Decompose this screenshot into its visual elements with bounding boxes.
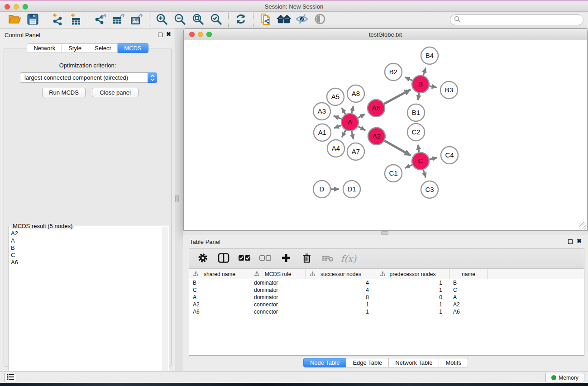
- table-cell[interactable]: 0: [376, 294, 449, 301]
- edge-A-A6[interactable]: [358, 114, 365, 118]
- table-cell[interactable]: dominator: [250, 279, 306, 286]
- close-panel-icon[interactable]: ✖: [166, 31, 171, 38]
- edge-A-A1[interactable]: [334, 125, 341, 128]
- table-cell[interactable]: C: [449, 286, 488, 294]
- table-cell[interactable]: dominator: [250, 286, 306, 294]
- tab-mcds[interactable]: MCDS: [118, 43, 148, 53]
- table-cell[interactable]: B: [189, 279, 250, 286]
- table-cell[interactable]: 1: [376, 301, 449, 308]
- float-panel-icon[interactable]: [158, 33, 163, 37]
- open-in-ndex-button[interactable]: [275, 13, 293, 27]
- delete-column-button[interactable]: [300, 251, 314, 267]
- column-header-name[interactable]: name: [449, 269, 488, 279]
- edge-A6-B[interactable]: [384, 90, 411, 104]
- close-panel-icon[interactable]: ✖: [577, 238, 582, 244]
- task-history-button[interactable]: [4, 373, 16, 382]
- divider-handle[interactable]: [381, 231, 388, 235]
- import-table-button[interactable]: [67, 13, 85, 27]
- network-canvas[interactable]: B4B2BB3A8A5A6A3B1AA1C2A2A4A7C4CC1C3DD1: [184, 40, 587, 230]
- table-cell[interactable]: connector: [250, 301, 306, 308]
- export-image-button[interactable]: [128, 13, 146, 27]
- edge-C-C2[interactable]: [418, 145, 419, 152]
- export-table-button[interactable]: [110, 13, 128, 27]
- hide-panels-button[interactable]: [293, 13, 311, 27]
- search-box[interactable]: [450, 14, 583, 25]
- edge-B-B3[interactable]: [430, 86, 437, 87]
- edge-C-C1[interactable]: [405, 165, 412, 168]
- export-network-button[interactable]: [91, 13, 110, 27]
- edge-B-B1[interactable]: [418, 93, 419, 100]
- column-header-predecessor-nodes[interactable]: predecessor nodes: [376, 269, 449, 279]
- table-cell[interactable]: A: [449, 294, 488, 301]
- divider-handle[interactable]: [175, 195, 179, 202]
- result-scrollbar[interactable]: [163, 227, 168, 376]
- table-cell[interactable]: A6: [189, 308, 250, 315]
- tab-style[interactable]: Style: [62, 43, 88, 53]
- table-cell[interactable]: 1: [376, 279, 449, 286]
- select-all-button[interactable]: [237, 251, 252, 267]
- mcds-result-item[interactable]: A6: [11, 259, 18, 266]
- zoom-selected-button[interactable]: [207, 13, 225, 27]
- table-cell[interactable]: 4: [306, 279, 376, 286]
- mcds-result-item[interactable]: C: [11, 252, 18, 259]
- edge-B-B2[interactable]: [405, 77, 412, 80]
- mcds-result-item[interactable]: A2: [11, 230, 18, 237]
- table-cell[interactable]: C: [189, 286, 250, 294]
- column-header-shared-name[interactable]: shared name: [189, 269, 250, 279]
- edge-A-A3[interactable]: [334, 116, 341, 119]
- run-mcds-button[interactable]: Run MCDS: [42, 88, 86, 97]
- criterion-dropdown[interactable]: largest connected component (directed): [20, 72, 157, 83]
- vertical-split-divider[interactable]: [175, 29, 183, 371]
- open-session-button[interactable]: [5, 13, 24, 27]
- deselect-all-button[interactable]: [258, 251, 272, 267]
- table-options-button[interactable]: [196, 251, 210, 267]
- close-panel-button[interactable]: Close panel: [92, 88, 139, 97]
- edge-A2-C[interactable]: [384, 141, 411, 156]
- table-cell[interactable]: B: [449, 279, 488, 286]
- table-cell[interactable]: 4: [306, 286, 376, 294]
- edge-B-B4[interactable]: [423, 68, 425, 76]
- show-panels-button[interactable]: [311, 13, 329, 27]
- table-cell[interactable]: 1: [376, 286, 449, 294]
- window-resize-grip[interactable]: [579, 222, 586, 229]
- edge-A-A7[interactable]: [352, 131, 354, 139]
- table-cell[interactable]: connector: [250, 308, 306, 315]
- memory-button[interactable]: Memory: [545, 373, 584, 382]
- tab-network-table[interactable]: Network Table: [389, 358, 439, 367]
- column-header-MCDS-role[interactable]: MCDS role: [250, 269, 306, 279]
- apply-preferred-layout-button[interactable]: [232, 13, 250, 27]
- table-cell[interactable]: 1: [306, 301, 376, 308]
- import-network-button[interactable]: [48, 13, 67, 27]
- network-window-titlebar[interactable]: testGlobe.txt: [184, 29, 587, 40]
- table-cell[interactable]: 1: [306, 308, 376, 315]
- edge-A-A2[interactable]: [358, 126, 366, 130]
- table-cell[interactable]: A2: [189, 301, 250, 308]
- edge-A-A8[interactable]: [352, 106, 353, 113]
- tab-select[interactable]: Select: [88, 43, 118, 53]
- delete-table-button[interactable]: [320, 251, 335, 267]
- tab-node-table[interactable]: Node Table: [303, 358, 347, 367]
- network-graph[interactable]: B4B2BB3A8A5A6A3B1AA1C2A2A4A7C4CC1C3DD1: [184, 40, 587, 230]
- table-cell[interactable]: A6: [449, 308, 488, 315]
- column-header-successor-nodes[interactable]: successor nodes: [306, 269, 376, 279]
- tab-edge-table[interactable]: Edge Table: [346, 358, 389, 367]
- save-session-button[interactable]: [24, 13, 42, 27]
- network-from-selection-button[interactable]: [257, 13, 275, 27]
- edge-C-C4[interactable]: [430, 158, 437, 159]
- zoom-fit-button[interactable]: [189, 13, 207, 27]
- table-cell[interactable]: A2: [449, 301, 488, 308]
- table-cell[interactable]: 1: [376, 308, 449, 315]
- zoom-in-button[interactable]: [153, 13, 171, 27]
- function-builder-button[interactable]: f(x): [341, 251, 356, 267]
- mcds-result-list[interactable]: A2ABCA6: [11, 230, 18, 266]
- edge-A-A5[interactable]: [342, 108, 345, 114]
- edge-A-A4[interactable]: [342, 130, 345, 138]
- search-input[interactable]: [461, 16, 583, 24]
- add-column-button[interactable]: [279, 251, 293, 267]
- float-panel-icon[interactable]: [568, 239, 573, 244]
- tab-motifs[interactable]: Motifs: [439, 358, 468, 367]
- show-columns-button[interactable]: [216, 251, 231, 267]
- mcds-result-item[interactable]: A: [11, 237, 18, 244]
- tab-network[interactable]: Network: [27, 43, 62, 53]
- mcds-result-item[interactable]: B: [11, 244, 18, 252]
